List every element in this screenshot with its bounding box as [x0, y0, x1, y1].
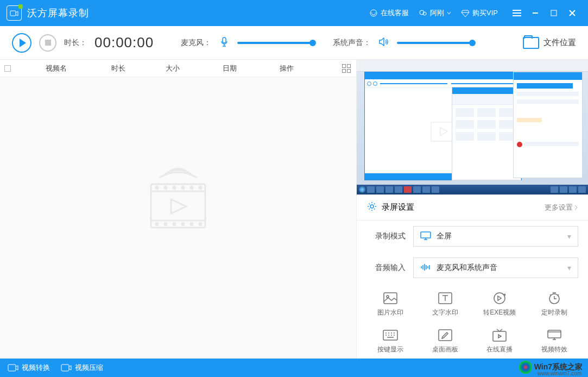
- mic-label: 麦克风：: [181, 38, 211, 48]
- headset-icon: [369, 9, 378, 17]
- svg-point-8: [165, 187, 167, 189]
- desktop-board-button[interactable]: 桌面画板: [418, 324, 473, 359]
- minimize-icon: [532, 9, 539, 17]
- duration-value: 00:00:00: [94, 34, 154, 51]
- chevron-right-icon: [574, 205, 578, 210]
- buy-vip-button[interactable]: 购买VIP: [461, 8, 498, 18]
- titlebar: 沃方屏幕录制 在线客服 阿刚 购买VIP: [0, 0, 588, 26]
- preview-area: [357, 60, 588, 195]
- svg-rect-22: [384, 293, 397, 304]
- feature-label: 在线直播: [486, 345, 513, 354]
- feature-label: 图片水印: [377, 308, 403, 317]
- svg-point-13: [156, 223, 158, 225]
- clock-icon: [546, 291, 562, 305]
- file-location-button[interactable]: 文件位置: [523, 37, 576, 49]
- footer-label: 视频转换: [22, 363, 50, 373]
- audio-input-row: 音频输入 麦克风和系统声音 ▾: [357, 252, 588, 284]
- video-compress-button[interactable]: 视频压缩: [61, 363, 103, 373]
- menu-button[interactable]: [508, 5, 526, 21]
- system-audio-label: 系统声音：: [333, 38, 371, 48]
- convert-icon: [8, 364, 18, 372]
- folder-icon: [523, 37, 539, 49]
- svg-point-11: [191, 187, 193, 189]
- to-exe-button[interactable]: 转EXE视频: [472, 287, 527, 322]
- col-duration: 时长: [91, 64, 146, 73]
- content-area: 视频名 时长 大小 日期 操作: [0, 60, 588, 359]
- feature-label: 按键显示: [377, 345, 403, 354]
- speaker-icon: [378, 37, 389, 48]
- hamburger-icon: [513, 10, 521, 16]
- app-logo: [7, 5, 22, 21]
- live-stream-button[interactable]: 在线直播: [472, 324, 527, 359]
- footer: 视频转换 视频压缩: [0, 359, 588, 377]
- gear-icon: [366, 201, 377, 213]
- effect-icon: [546, 328, 562, 342]
- maximize-button[interactable]: [545, 5, 563, 21]
- stop-button[interactable]: [39, 34, 56, 52]
- svg-point-25: [494, 293, 505, 304]
- play-icon: [20, 39, 26, 47]
- key-display-button[interactable]: 按键显示: [363, 324, 418, 359]
- customer-service-label: 在线客服: [381, 8, 409, 18]
- svg-point-7: [156, 187, 158, 189]
- record-mode-row: 录制模式 全屏 ▾: [357, 221, 588, 252]
- app-title: 沃方屏幕录制: [27, 7, 89, 20]
- user-account-button[interactable]: 阿刚: [419, 8, 451, 18]
- microphone-icon: [219, 37, 230, 49]
- feature-grid: 图片水印 文字水印 转EXE视频 定时录制 按键显示 桌面画板: [357, 284, 588, 359]
- close-icon: [568, 9, 576, 17]
- footer-label: 视频压缩: [75, 363, 103, 373]
- compress-icon: [61, 364, 72, 372]
- user-name-label: 阿刚: [430, 8, 444, 18]
- chevron-down-icon: [447, 11, 451, 15]
- record-button[interactable]: [12, 33, 31, 53]
- audio-input-label: 音频输入: [366, 263, 406, 273]
- audio-input-value: 麦克风和系统声音: [437, 263, 497, 273]
- image-icon: [382, 291, 399, 305]
- record-mode-dropdown[interactable]: 全屏 ▾: [413, 226, 578, 247]
- image-watermark-button[interactable]: 图片水印: [363, 287, 418, 322]
- empty-list-icon: [137, 161, 219, 245]
- svg-rect-5: [223, 37, 226, 43]
- view-toggle-button[interactable]: [342, 64, 352, 73]
- feature-label: 定时录制: [541, 308, 567, 317]
- settings-title: 录屏设置: [382, 202, 414, 212]
- text-icon: [437, 291, 453, 305]
- video-effect-button[interactable]: 视频特效: [527, 324, 582, 359]
- svg-point-18: [199, 223, 201, 225]
- col-action: 操作: [260, 64, 314, 73]
- timed-record-button[interactable]: 定时录制: [527, 287, 582, 322]
- close-button[interactable]: [563, 5, 581, 21]
- svg-point-17: [191, 223, 193, 225]
- settings-pane: 录屏设置 更多设置 录制模式 全屏 ▾ 音频输入 麦克风和系统声音 ▾: [356, 60, 588, 359]
- stop-icon: [45, 40, 51, 46]
- svg-point-9: [173, 187, 175, 189]
- video-convert-button[interactable]: 视频转换: [8, 363, 50, 373]
- text-watermark-button[interactable]: 文字水印: [418, 287, 473, 322]
- feature-label: 转EXE视频: [483, 308, 516, 317]
- diamond-icon: [461, 9, 470, 17]
- more-settings-button[interactable]: 更多设置: [545, 203, 578, 212]
- svg-rect-21: [421, 232, 431, 238]
- col-size: 大小: [146, 64, 200, 73]
- customer-service-button[interactable]: 在线客服: [369, 8, 409, 18]
- audio-input-dropdown[interactable]: 麦克风和系统声音 ▾: [413, 257, 578, 278]
- svg-rect-4: [551, 10, 557, 16]
- edit-icon: [437, 328, 453, 342]
- system-volume-slider[interactable]: [397, 42, 473, 44]
- mic-volume-slider[interactable]: [237, 42, 313, 44]
- feature-label: 视频特效: [541, 345, 567, 354]
- svg-rect-32: [61, 365, 69, 371]
- record-mode-value: 全屏: [437, 231, 452, 241]
- svg-rect-28: [439, 330, 452, 341]
- svg-rect-29: [493, 331, 506, 341]
- col-date: 日期: [200, 64, 260, 73]
- settings-header: 录屏设置 更多设置: [357, 195, 588, 221]
- svg-point-16: [182, 223, 184, 225]
- minimize-button[interactable]: [526, 5, 545, 21]
- select-all-checkbox[interactable]: [4, 65, 11, 72]
- keyboard-icon: [382, 328, 399, 342]
- live-icon: [491, 328, 508, 342]
- feature-label: 桌面画板: [432, 345, 458, 354]
- col-name: 视频名: [21, 64, 91, 73]
